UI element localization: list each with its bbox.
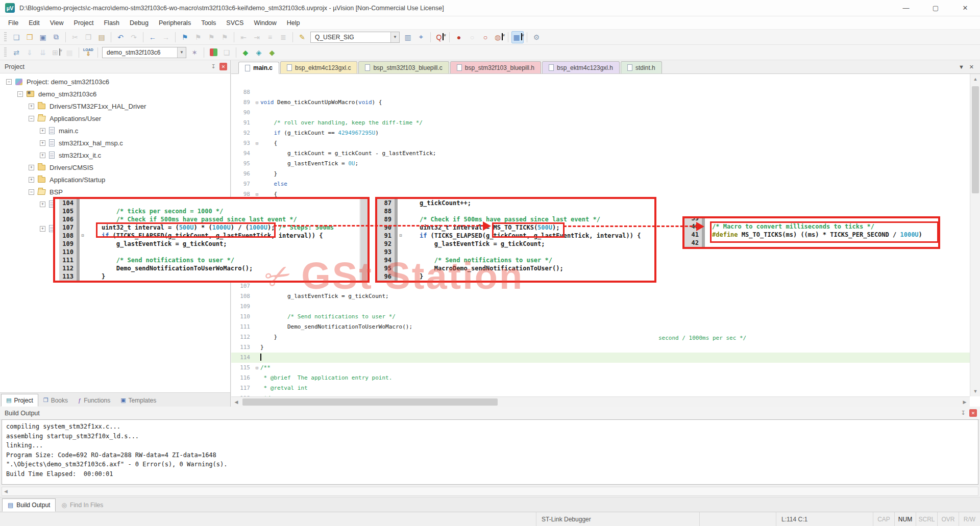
configure-icon[interactable]: ⚙ [530,31,543,43]
expand-icon[interactable]: + [29,177,34,183]
tree-item-stm32f1xx-it-c[interactable]: +stm32f1xx_it.c [0,149,230,161]
save-all-icon[interactable]: ⧉ [50,31,62,43]
goto-previous-bookmark-icon[interactable]: ⚑ [205,31,217,43]
menu-item-file[interactable]: File [3,18,23,28]
find-text-icon[interactable]: ✎ [296,31,308,43]
fold-collapse-icon[interactable]: ⊟ [398,232,404,240]
expand-icon[interactable]: + [29,104,34,109]
expand-icon[interactable]: + [40,128,45,134]
comment-selection-icon[interactable]: ≡ [264,31,276,43]
batch-build-icon[interactable]: ⊞▼ [50,46,62,59]
fold-collapse-icon[interactable]: ⊟ [254,97,260,108]
tree-item-bsp[interactable]: −BSP [0,186,230,198]
search-combo[interactable]: Q_USER_SIG▼ [310,32,400,43]
scroll-down-icon[interactable]: ▼ [970,386,980,396]
find-q-icon[interactable]: Q▼ [434,31,446,43]
chevron-down-icon[interactable]: ▼ [177,47,186,58]
dock-tab-build-output[interactable]: ▤Build Output [2,498,56,512]
menu-item-svcs[interactable]: SVCS [221,18,249,28]
dropdown-caret-icon[interactable]: ▼ [59,48,60,56]
panel-tab-templates[interactable]: ▣Templates [115,394,161,407]
collapse-icon[interactable]: − [29,189,34,195]
unindent-icon[interactable]: ⇤ [237,31,250,43]
tree-item-drivers-cmsis[interactable]: +Drivers/CMSIS [0,161,230,173]
close-icon[interactable]: ✕ [969,409,977,417]
insert-bookmark-icon[interactable]: ⚑ [179,31,191,43]
menu-item-flash[interactable]: Flash [99,18,125,28]
scroll-right-icon[interactable]: ▶ [960,397,970,407]
vertical-scroll-thumb[interactable] [972,86,979,193]
expand-icon[interactable]: + [29,165,34,170]
tab-list-icon[interactable]: ▼ [959,64,964,70]
goto-next-bookmark-icon[interactable]: ⚑ [192,31,204,43]
incremental-find-icon[interactable]: ⌖ [415,31,427,43]
collapse-icon[interactable]: − [17,91,23,97]
menu-item-help[interactable]: Help [282,18,305,28]
collapse-icon[interactable]: − [29,116,34,121]
minimize-button[interactable]: — [891,0,921,16]
download-icon[interactable]: LOAD⇩ [82,46,94,59]
panel-tab-project[interactable]: ▤Project [1,394,38,407]
expand-icon[interactable]: + [40,202,45,207]
options-for-target-icon[interactable]: ✶ [188,46,201,59]
disable-breakpoint-icon[interactable]: ○ [466,31,478,43]
tree-item-stm32f1xx-hal-msp-c[interactable]: +stm32f1xx_hal_msp.c [0,137,230,149]
fold-collapse-icon[interactable]: ⊟ [80,232,86,240]
build-log[interactable]: compiling system_stm32f1xx.c...assemblin… [2,419,978,485]
editor-tab-bsp-stm32f103-bluepill-h[interactable]: bsp_stm32f103_bluepill.h [450,61,541,73]
tree-item-project-demo-stm32f103c6[interactable]: −Project: demo_stm32f103c6 [0,76,230,88]
editor-tab-bsp-ektm4c123gxl-h[interactable]: bsp_ektm4c123gxl.h [542,61,620,73]
horizontal-scroll-thumb[interactable] [242,398,498,406]
chevron-down-icon[interactable]: ▼ [390,32,399,42]
close-button[interactable]: ✕ [950,0,980,16]
panel-tab-books[interactable]: ❐Books [38,394,73,407]
build-log-scrollbar[interactable]: ◀ [2,487,978,496]
save-file-icon[interactable]: ▣ [37,31,49,43]
tree-item-drivers-stm32f1xx-hal-driver[interactable]: +Drivers/STM32F1xx_HAL_Driver [0,100,230,112]
menu-item-view[interactable]: View [45,18,69,28]
debug-windows-icon[interactable]: ▦▼ [511,31,524,43]
undo-icon[interactable]: ↶ [114,31,127,43]
editor-tab-main-c[interactable]: main.c [238,62,279,74]
navigate-forward-icon[interactable]: → [160,31,172,43]
horizontal-scrollbar[interactable]: ◀ ▶ [231,396,970,407]
tree-item-applications-user[interactable]: −Applications/User [0,112,230,124]
build-icon[interactable]: ⇓ [23,46,36,59]
open-file-icon[interactable]: ❒ [23,31,36,43]
expand-icon[interactable]: + [40,153,45,158]
rebuild-icon[interactable]: ⇊ [37,46,49,59]
scroll-up-icon[interactable]: ▲ [970,74,980,84]
find-in-files-icon[interactable]: ▥ [402,31,414,43]
stop-build-icon[interactable]: ▦ [63,46,76,59]
manage-rte-icon[interactable]: ◆ [239,46,252,59]
menu-item-debug[interactable]: Debug [125,18,154,28]
dropdown-caret-icon[interactable]: ▼ [443,33,444,40]
expand-icon[interactable]: + [40,140,45,146]
select-software-packs-icon[interactable]: ◈ [253,46,265,59]
menu-item-project[interactable]: Project [69,18,99,28]
menu-item-window[interactable]: Window [249,18,281,28]
enable-all-breakpoints-icon[interactable]: ◍▼ [493,31,505,43]
paste-icon[interactable]: ▤ [95,31,108,43]
maximize-button[interactable]: ▢ [921,0,950,16]
dropdown-caret-icon[interactable]: ▼ [521,33,522,40]
pin-icon[interactable]: ↧ [209,63,217,71]
menu-item-peripherals[interactable]: Peripherals [154,18,196,28]
menu-item-tools[interactable]: Tools [196,18,221,28]
scroll-left-icon[interactable]: ◀ [231,397,241,407]
tab-close-icon[interactable]: ✕ [969,64,974,70]
collapse-icon[interactable]: − [6,79,12,85]
kill-all-breakpoints-icon[interactable]: ○ [479,31,492,43]
redo-icon[interactable]: ↷ [128,31,140,43]
tree-item-application-startup[interactable]: +Application/Startup [0,173,230,186]
editor-tab-bsp-ektm4c123gxl-c[interactable]: bsp_ektm4c123gxl.c [280,61,357,73]
toolbar-grip[interactable] [4,32,7,42]
vertical-scrollbar[interactable]: ▲ ▼ [970,74,980,396]
tree-item-main-c[interactable]: +main.c [0,124,230,137]
tree-item-demo-stm32f103c6[interactable]: −demo_stm32f103c6 [0,88,230,100]
fold-collapse-icon[interactable]: ⊟ [254,363,260,373]
editor-tab-bsp-stm32f103-bluepill-c[interactable]: bsp_stm32f103_bluepill.c [358,61,449,73]
translate-icon[interactable]: ⇄ [10,46,22,59]
pin-icon[interactable]: ↧ [959,409,967,417]
scroll-left-icon[interactable]: ◀ [4,489,8,494]
